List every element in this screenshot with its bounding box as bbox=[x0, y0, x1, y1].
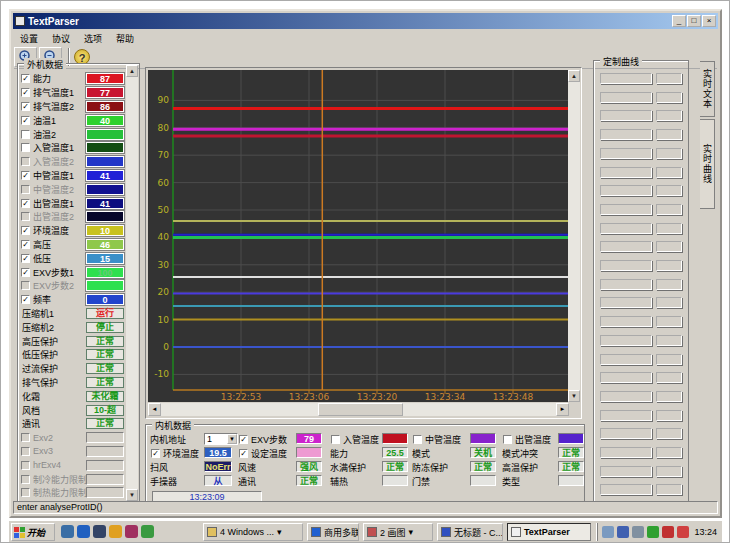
start-button[interactable]: 开始 bbox=[11, 523, 55, 541]
row-checkbox[interactable]: ✓ bbox=[21, 295, 30, 304]
maximize-button[interactable]: □ bbox=[687, 15, 701, 27]
custom-curve-value-field[interactable] bbox=[656, 316, 682, 327]
titlebar[interactable]: TextParser _ □ × bbox=[13, 13, 718, 29]
task-button[interactable]: 4 Windows ...▾ bbox=[203, 523, 303, 541]
quick-launch-icon[interactable] bbox=[93, 525, 106, 538]
custom-curve-value-field[interactable] bbox=[656, 260, 682, 271]
chart-vscrollbar[interactable]: ▲ ▼ bbox=[568, 70, 580, 402]
row-checkbox[interactable] bbox=[21, 433, 30, 442]
custom-curve-field[interactable] bbox=[600, 335, 652, 346]
custom-curve-field[interactable] bbox=[600, 204, 652, 215]
quick-launch-icon[interactable] bbox=[61, 525, 74, 538]
indoor-checkbox[interactable]: ✓ bbox=[239, 435, 248, 444]
custom-curve-field[interactable] bbox=[600, 241, 652, 252]
row-checkbox[interactable]: ✓ bbox=[21, 199, 30, 208]
custom-curve-field[interactable] bbox=[600, 466, 652, 477]
row-checkbox[interactable] bbox=[21, 185, 30, 194]
custom-curve-field[interactable] bbox=[600, 260, 652, 271]
row-checkbox[interactable]: ✓ bbox=[21, 226, 30, 235]
custom-curve-field[interactable] bbox=[600, 73, 652, 84]
tray-icon[interactable] bbox=[662, 526, 674, 538]
row-checkbox[interactable] bbox=[21, 281, 30, 290]
row-checkbox[interactable]: ✓ bbox=[21, 171, 30, 180]
task-button[interactable]: 无标题 - C... bbox=[437, 523, 503, 541]
task-button[interactable]: 商用多联第... bbox=[307, 523, 359, 541]
tray-icon[interactable] bbox=[602, 526, 614, 538]
quick-launch-icon[interactable] bbox=[125, 525, 138, 538]
custom-curve-field[interactable] bbox=[600, 148, 652, 159]
tray-icon[interactable] bbox=[677, 526, 689, 538]
custom-curve-field[interactable] bbox=[600, 129, 652, 140]
row-checkbox[interactable] bbox=[21, 488, 30, 497]
row-checkbox[interactable] bbox=[21, 475, 30, 484]
minimize-button[interactable]: _ bbox=[672, 15, 686, 27]
row-checkbox[interactable]: ✓ bbox=[21, 74, 30, 83]
row-checkbox[interactable] bbox=[21, 212, 30, 221]
chart-scroll-down-icon[interactable]: ▼ bbox=[568, 390, 580, 402]
custom-curve-value-field[interactable] bbox=[656, 372, 682, 383]
custom-curve-field[interactable] bbox=[600, 410, 652, 421]
row-checkbox[interactable] bbox=[21, 157, 30, 166]
row-checkbox[interactable]: ✓ bbox=[21, 88, 30, 97]
row-checkbox[interactable]: ✓ bbox=[21, 254, 30, 263]
chart-scroll-left-icon[interactable]: ◄ bbox=[148, 403, 161, 416]
scroll-down-icon[interactable]: ▼ bbox=[126, 489, 138, 501]
indoor-checkbox[interactable]: ✓ bbox=[151, 449, 160, 458]
custom-curve-value-field[interactable] bbox=[656, 110, 682, 121]
custom-curve-value-field[interactable] bbox=[656, 410, 682, 421]
menu-item[interactable]: 协议 bbox=[46, 31, 76, 46]
quick-launch-icon[interactable] bbox=[141, 525, 154, 538]
menu-item[interactable]: 帮助 bbox=[110, 31, 140, 46]
menu-item[interactable]: 设置 bbox=[14, 31, 44, 46]
row-checkbox[interactable] bbox=[21, 461, 30, 470]
custom-curve-field[interactable] bbox=[600, 185, 652, 196]
custom-curve-value-field[interactable] bbox=[656, 484, 682, 495]
custom-curve-field[interactable] bbox=[600, 372, 652, 383]
tray-icon[interactable] bbox=[617, 526, 629, 538]
custom-curve-field[interactable] bbox=[600, 297, 652, 308]
custom-curve-value-field[interactable] bbox=[656, 73, 682, 84]
custom-curve-field[interactable] bbox=[600, 391, 652, 402]
custom-curve-value-field[interactable] bbox=[656, 129, 682, 140]
custom-curve-value-field[interactable] bbox=[656, 335, 682, 346]
chart-hscroll-thumb[interactable] bbox=[318, 403, 403, 416]
chart-plot[interactable]: 9080706050403020100-1013:22:5313:23:0613… bbox=[148, 70, 569, 402]
custom-curve-field[interactable] bbox=[600, 279, 652, 290]
quick-launch-icon[interactable] bbox=[77, 525, 90, 538]
close-button[interactable]: × bbox=[702, 15, 716, 27]
custom-curve-value-field[interactable] bbox=[656, 223, 682, 234]
chart-hscrollbar[interactable]: ◄ ► bbox=[148, 403, 569, 416]
tab-realtime-text[interactable]: 实时文本 bbox=[700, 61, 715, 117]
indoor-checkbox[interactable] bbox=[503, 435, 512, 444]
custom-curve-value-field[interactable] bbox=[656, 391, 682, 402]
row-checkbox[interactable]: ✓ bbox=[21, 268, 30, 277]
custom-curve-field[interactable] bbox=[600, 167, 652, 178]
scroll-up-icon[interactable]: ▲ bbox=[126, 65, 138, 77]
custom-curve-field[interactable] bbox=[600, 484, 652, 495]
custom-curve-field[interactable] bbox=[600, 354, 652, 365]
custom-curve-value-field[interactable] bbox=[656, 297, 682, 308]
custom-curve-value-field[interactable] bbox=[656, 279, 682, 290]
row-checkbox[interactable] bbox=[21, 143, 30, 152]
custom-curve-value-field[interactable] bbox=[656, 185, 682, 196]
custom-curve-value-field[interactable] bbox=[656, 92, 682, 103]
custom-curve-field[interactable] bbox=[600, 92, 652, 103]
custom-curve-value-field[interactable] bbox=[656, 447, 682, 458]
indoor-address-dropdown[interactable]: 1▼ bbox=[204, 433, 238, 445]
custom-curve-value-field[interactable] bbox=[656, 148, 682, 159]
row-checkbox[interactable]: ✓ bbox=[21, 116, 30, 125]
row-checkbox[interactable]: ✓ bbox=[21, 102, 30, 111]
custom-curve-value-field[interactable] bbox=[656, 241, 682, 252]
custom-curve-field[interactable] bbox=[600, 110, 652, 121]
sidebar-scrollbar[interactable]: ▲ ▼ bbox=[126, 65, 138, 501]
row-checkbox[interactable] bbox=[21, 130, 30, 139]
tab-realtime-curve[interactable]: 实时曲线 bbox=[700, 119, 715, 209]
chart-scroll-right-icon[interactable]: ► bbox=[556, 403, 569, 416]
indoor-checkbox[interactable] bbox=[413, 435, 422, 444]
indoor-checkbox[interactable] bbox=[331, 435, 340, 444]
custom-curve-value-field[interactable] bbox=[656, 428, 682, 439]
custom-curve-field[interactable] bbox=[600, 223, 652, 234]
task-button[interactable]: TextParser bbox=[507, 523, 591, 541]
custom-curve-field[interactable] bbox=[600, 447, 652, 458]
custom-curve-field[interactable] bbox=[600, 316, 652, 327]
